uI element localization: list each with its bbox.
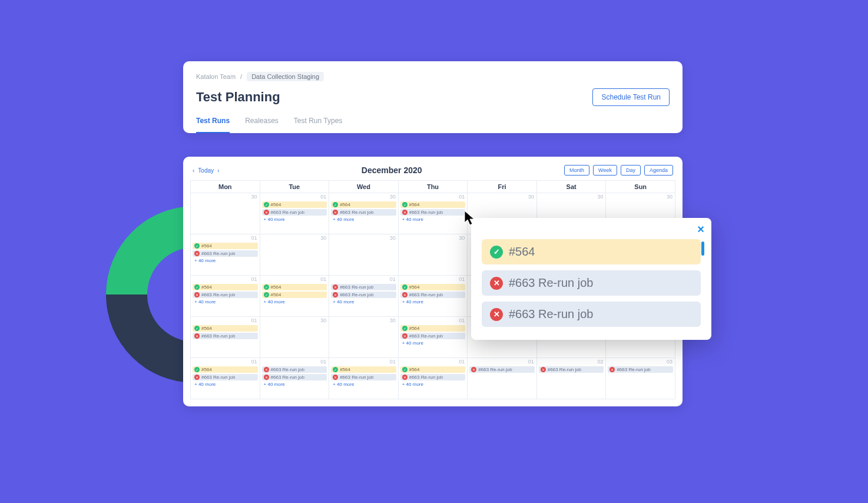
calendar-event[interactable]: ✓#564 xyxy=(262,284,327,290)
more-events-link[interactable]: + 40 more xyxy=(400,340,466,346)
calendar-cell[interactable]: 01✓#564✕#663 Re-run job+ 40 more xyxy=(191,234,260,276)
calendar-cell[interactable]: 03✕#663 Re-run job xyxy=(606,358,675,399)
calendar-cell[interactable]: 01✓#564✓#564+ 40 more xyxy=(260,276,330,317)
more-events-link[interactable]: + 40 more xyxy=(331,299,396,305)
breadcrumb-team[interactable]: Katalon Team xyxy=(196,73,236,80)
calendar-event[interactable]: ✓#564 xyxy=(400,325,466,332)
calendar-event[interactable]: ✕#663 Re-run job xyxy=(400,209,466,216)
tab-test-run-types[interactable]: Test Run Types xyxy=(294,117,343,133)
calendar-event[interactable]: ✕#663 Re-run job xyxy=(262,374,327,380)
more-events-link[interactable]: + 40 more xyxy=(193,299,258,305)
calendar-event[interactable]: ✕#663 Re-run job xyxy=(400,374,466,380)
tab-test-runs[interactable]: Test Runs xyxy=(196,117,230,133)
view-day-button[interactable]: Day xyxy=(621,165,641,176)
popover-item[interactable]: ✕#663 Re-run job xyxy=(482,270,701,296)
calendar-cell[interactable]: 01✓#564✕#663 Re-run job+ 40 more xyxy=(399,276,468,317)
calendar-cell[interactable]: 30 xyxy=(260,234,330,276)
calendar-event[interactable]: ✓#564 xyxy=(400,284,466,290)
day-header: Sun xyxy=(606,181,675,193)
calendar-event[interactable]: ✓#564 xyxy=(193,284,258,290)
more-events-link[interactable]: + 40 more xyxy=(262,299,327,305)
calendar-event[interactable]: ✓#564 xyxy=(400,201,466,208)
today-button[interactable]: Today xyxy=(198,167,214,174)
calendar-event[interactable]: ✕#663 Re-run job xyxy=(193,250,258,257)
calendar-event[interactable]: ✕#663 Re-run job xyxy=(608,366,673,373)
calendar-cell[interactable]: 01✓#564✕#663 Re-run job+ 40 more xyxy=(399,317,468,358)
day-number: 02 xyxy=(597,359,603,365)
calendar-cell[interactable]: 30 xyxy=(329,317,399,358)
tab-releases[interactable]: Realeases xyxy=(245,117,279,133)
view-month-button[interactable]: Month xyxy=(564,165,589,176)
calendar-cell[interactable]: 01✓#564✕#663 Re-run job+ 40 more xyxy=(191,358,260,399)
calendar-event[interactable]: ✕#663 Re-run job xyxy=(331,284,396,290)
calendar-cell[interactable]: 01✓#564✕#663 Re-run job+ 40 more xyxy=(191,276,260,317)
day-number: 01 xyxy=(528,359,534,365)
calendar-cell[interactable]: 30 xyxy=(399,234,468,276)
close-icon[interactable]: × xyxy=(697,223,704,236)
day-header: Sat xyxy=(537,181,607,193)
view-week-button[interactable]: Week xyxy=(593,165,617,176)
view-buttons: Month Week Day Agenda xyxy=(564,165,673,176)
more-events-link[interactable]: + 40 more xyxy=(262,217,327,222)
check-circle-icon: ✓ xyxy=(402,367,408,372)
calendar-event[interactable]: ✓#564 xyxy=(331,366,396,373)
view-agenda-button[interactable]: Agenda xyxy=(644,165,673,176)
calendar-event[interactable]: ✕#663 Re-run job xyxy=(193,333,258,339)
calendar-cell[interactable]: 01✓#564✕#663 Re-run job+ 40 more xyxy=(260,193,330,234)
more-events-link[interactable]: + 40 more xyxy=(400,382,466,387)
schedule-test-run-button[interactable]: Schedule Test Run xyxy=(592,88,670,106)
calendar-event[interactable]: ✓#564 xyxy=(262,201,327,208)
x-circle-icon: ✕ xyxy=(333,375,338,380)
calendar-event[interactable]: ✓#564 xyxy=(193,366,258,373)
calendar-event[interactable]: ✕#663 Re-run job xyxy=(400,292,466,298)
next-icon[interactable]: › xyxy=(217,167,219,174)
calendar-event[interactable]: ✕#663 Re-run job xyxy=(331,292,396,298)
calendar-cell[interactable]: 01✓#564✕#663 Re-run job+ 40 more xyxy=(399,193,468,234)
more-events-link[interactable]: + 40 more xyxy=(262,382,327,387)
calendar-cell[interactable]: 30 xyxy=(260,317,330,358)
scrollbar-thumb[interactable] xyxy=(701,241,704,256)
calendar-cell[interactable]: 01✓#564✕#663 Re-run job+ 40 more xyxy=(399,358,468,399)
calendar-event[interactable]: ✕#663 Re-run job xyxy=(262,209,327,216)
breadcrumb-project[interactable]: Data Collection Staging xyxy=(247,72,324,81)
calendar-cell[interactable]: 02✕#663 Re-run job xyxy=(537,358,607,399)
calendar-cell[interactable]: 01✕#663 Re-run job✕#663 Re-run job+ 40 m… xyxy=(329,276,399,317)
more-events-link[interactable]: + 40 more xyxy=(331,382,396,387)
breadcrumb: Katalon Team / Data Collection Staging xyxy=(196,72,670,81)
popover-item[interactable]: ✓#564 xyxy=(482,239,701,264)
calendar-cell[interactable]: 01✓#564✕#663 Re-run job xyxy=(191,317,260,358)
calendar-event[interactable]: ✓#564 xyxy=(331,201,396,208)
prev-icon[interactable]: ‹ xyxy=(193,167,194,174)
more-events-link[interactable]: + 40 more xyxy=(400,299,466,305)
calendar-cell[interactable]: 01✕#663 Re-run job xyxy=(468,358,537,399)
more-events-link[interactable]: + 40 more xyxy=(400,217,466,222)
calendar-event[interactable]: ✓#564 xyxy=(193,243,258,249)
calendar-event[interactable]: ✕#663 Re-run job xyxy=(331,209,396,216)
day-number: 03 xyxy=(667,359,672,365)
check-circle-icon: ✓ xyxy=(402,326,408,331)
check-circle-icon: ✓ xyxy=(490,246,503,259)
calendar-cell[interactable]: 30 xyxy=(329,234,399,276)
more-events-link[interactable]: + 40 more xyxy=(193,258,258,263)
calendar-cell[interactable]: 30 xyxy=(191,193,260,234)
day-number: 01 xyxy=(320,194,326,200)
more-events-link[interactable]: + 40 more xyxy=(331,217,396,222)
day-number: 30 xyxy=(320,235,326,241)
calendar-event[interactable]: ✕#663 Re-run job xyxy=(193,374,258,380)
calendar-cell[interactable]: 01✓#564✕#663 Re-run job+ 40 more xyxy=(329,358,399,399)
calendar-event[interactable]: ✕#663 Re-run job xyxy=(469,366,535,373)
calendar-event[interactable]: ✓#564 xyxy=(193,325,258,332)
calendar-event[interactable]: ✕#663 Re-run job xyxy=(262,366,327,373)
calendar-cell[interactable]: 30✓#564✕#663 Re-run job+ 40 more xyxy=(329,193,399,234)
calendar-event[interactable]: ✕#663 Re-run job xyxy=(539,366,604,373)
day-number: 01 xyxy=(390,359,396,365)
calendar-event[interactable]: ✕#663 Re-run job xyxy=(331,374,396,380)
more-events-link[interactable]: + 40 more xyxy=(193,382,258,387)
calendar-event[interactable]: ✓#564 xyxy=(400,366,466,373)
day-number: 01 xyxy=(459,194,465,200)
calendar-event[interactable]: ✕#663 Re-run job xyxy=(400,333,466,339)
calendar-event[interactable]: ✕#663 Re-run job xyxy=(193,292,258,298)
calendar-cell[interactable]: 01✕#663 Re-run job✕#663 Re-run job+ 40 m… xyxy=(260,358,330,399)
popover-item[interactable]: ✕#663 Re-run job xyxy=(482,302,701,327)
calendar-event[interactable]: ✓#564 xyxy=(262,292,327,298)
